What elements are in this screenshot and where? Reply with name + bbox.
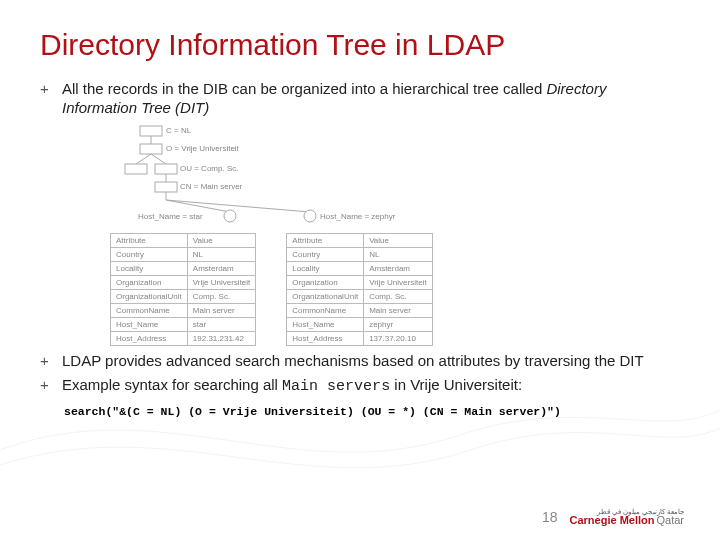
dit-tree: C = NL O = Vrije Universiteit OU = Comp.… (110, 124, 590, 229)
attribute-tables: AttributeValue CountryNL LocalityAmsterd… (110, 233, 590, 346)
table-row: OrganizationalUnitComp. Sc. (111, 289, 256, 303)
table-row: Host_Namezephyr (287, 317, 432, 331)
svg-point-12 (224, 210, 236, 222)
svg-line-11 (166, 200, 310, 212)
slide-title: Directory Information Tree in LDAP (40, 28, 680, 62)
bullet-2: + LDAP provides advanced search mechanis… (40, 352, 680, 371)
svg-rect-2 (140, 144, 162, 154)
bullet-3-text: Example syntax for searching all Main se… (62, 376, 680, 397)
th-attr: Attribute (287, 233, 364, 247)
page-number: 18 (542, 509, 558, 525)
svg-line-4 (151, 154, 166, 164)
logo-location: Qatar (656, 515, 684, 526)
table-row: CountryNL (287, 247, 432, 261)
table-row: OrganizationalUnitComp. Sc. (287, 289, 432, 303)
table-row: CommonNameMain server (287, 303, 432, 317)
logo-name: Carnegie Mellon (570, 515, 655, 526)
tree-label-cn: CN = Main server (180, 182, 242, 191)
bullet-1-pre: All the records in the DIB can be organi… (62, 80, 546, 97)
table-row: Host_Namestar (111, 317, 256, 331)
bullet-3-code: Main servers (282, 378, 390, 395)
tree-label-host2: Host_Name = zephyr (320, 212, 395, 221)
bullet-1: + All the records in the DIB can be orga… (40, 80, 680, 118)
bullet-3-post: in Vrije Universiteit: (390, 376, 522, 393)
bullet-3: + Example syntax for searching all Main … (40, 376, 680, 397)
cmu-qatar-logo: جامعة كارنيجي ميلون في قطر Carnegie Mell… (570, 508, 684, 526)
svg-line-10 (166, 200, 230, 212)
bullet-icon: + (40, 376, 52, 397)
tree-label-o: O = Vrije Universiteit (166, 144, 239, 153)
th-val: Value (364, 233, 433, 247)
attr-table-left: AttributeValue CountryNL LocalityAmsterd… (110, 233, 256, 346)
bullet-3-pre: Example syntax for searching all (62, 376, 282, 393)
svg-rect-5 (125, 164, 147, 174)
table-row: OrganizationVrije Universiteit (111, 275, 256, 289)
svg-line-3 (136, 154, 151, 164)
table-row: OrganizationVrije Universiteit (287, 275, 432, 289)
attr-table-right: AttributeValue CountryNL LocalityAmsterd… (286, 233, 432, 346)
th-val: Value (187, 233, 256, 247)
bullet-icon: + (40, 352, 52, 371)
table-row: LocalityAmsterdam (287, 261, 432, 275)
bullet-2-text: LDAP provides advanced search mechanisms… (62, 352, 680, 371)
tree-label-ou: OU = Comp. Sc. (180, 164, 238, 173)
svg-rect-0 (140, 126, 162, 136)
table-row: CountryNL (111, 247, 256, 261)
svg-rect-6 (155, 164, 177, 174)
bullet-icon: + (40, 80, 52, 118)
table-row: CommonNameMain server (111, 303, 256, 317)
tree-label-host1: Host_Name = star (138, 212, 203, 221)
svg-point-13 (304, 210, 316, 222)
table-row: Host_Address137.37.20.10 (287, 331, 432, 345)
search-syntax-code: search("&(C = NL) (O = Vrije Universitei… (64, 405, 680, 418)
table-row: LocalityAmsterdam (111, 261, 256, 275)
slide-footer: 18 جامعة كارنيجي ميلون في قطر Carnegie M… (542, 508, 684, 526)
table-row: Host_Address192.31.231.42 (111, 331, 256, 345)
svg-rect-8 (155, 182, 177, 192)
th-attr: Attribute (111, 233, 188, 247)
dit-figure: C = NL O = Vrije Universiteit OU = Comp.… (110, 124, 590, 346)
tree-label-c: C = NL (166, 126, 191, 135)
bullet-1-text: All the records in the DIB can be organi… (62, 80, 680, 118)
